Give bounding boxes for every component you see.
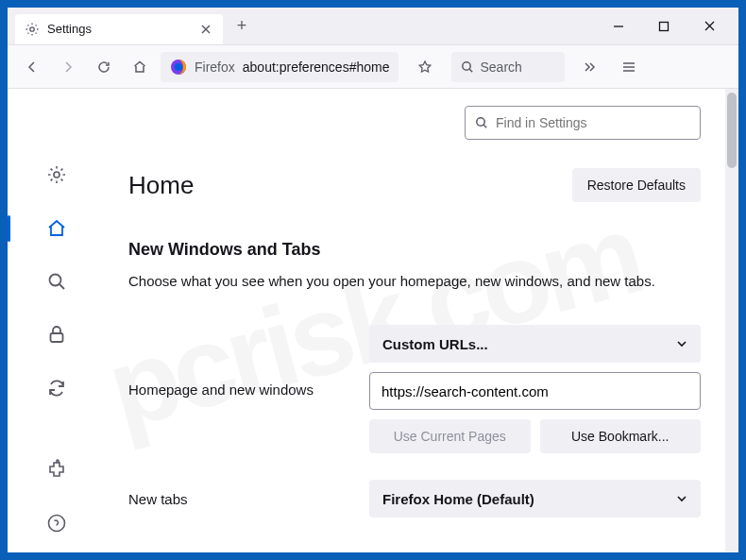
close-icon[interactable]: [198, 22, 213, 37]
home-button[interactable]: [125, 52, 155, 82]
browser-window: Settings + Firefox about:preferences#hom…: [8, 8, 738, 552]
search-placeholder: Search: [480, 59, 521, 75]
svg-point-0: [30, 26, 34, 30]
minimize-button[interactable]: [604, 12, 633, 41]
browser-tab[interactable]: Settings: [15, 14, 223, 44]
page-title: Home: [128, 171, 194, 200]
hamburger-menu-button[interactable]: [614, 52, 644, 82]
chevron-down-icon: [676, 493, 687, 504]
gear-icon: [25, 22, 40, 37]
reload-button[interactable]: [89, 52, 119, 82]
section-description: Choose what you see when you open your h…: [128, 271, 701, 291]
forward-button[interactable]: [53, 52, 83, 82]
scrollbar[interactable]: [725, 89, 738, 552]
chevron-down-icon: [676, 338, 687, 349]
svg-rect-1: [660, 22, 669, 30]
find-in-settings[interactable]: [465, 106, 701, 140]
homepage-url-input[interactable]: [369, 372, 701, 410]
back-button[interactable]: [17, 52, 47, 82]
sidebar-item-general[interactable]: [43, 162, 70, 187]
sidebar-item-privacy[interactable]: [43, 322, 70, 347]
sidebar-item-help[interactable]: [43, 511, 70, 535]
dropdown-value: Custom URLs...: [382, 336, 488, 352]
homepage-mode-dropdown[interactable]: Custom URLs...: [369, 325, 701, 363]
svg-point-6: [50, 275, 61, 286]
firefox-icon: [170, 59, 187, 76]
svg-point-8: [49, 515, 65, 531]
settings-main: Home Restore Defaults New Windows and Ta…: [106, 89, 738, 552]
new-tab-button[interactable]: +: [229, 13, 255, 40]
dropdown-value: Firefox Home (Default): [382, 491, 534, 507]
search-box[interactable]: Search: [451, 52, 565, 82]
sidebar-item-extensions[interactable]: [43, 457, 70, 482]
newtabs-label: New tabs: [128, 491, 369, 507]
settings-sidebar: [8, 89, 106, 552]
maximize-button[interactable]: [650, 12, 678, 41]
sidebar-item-search[interactable]: [43, 269, 70, 294]
section-heading: New Windows and Tabs: [128, 240, 701, 260]
restore-defaults-button[interactable]: Restore Defaults: [572, 168, 701, 202]
window-controls: [604, 12, 738, 41]
close-window-button[interactable]: [695, 12, 723, 41]
svg-rect-7: [51, 333, 63, 342]
bookmark-star-button[interactable]: [412, 54, 438, 80]
tab-title: Settings: [47, 22, 191, 36]
use-current-pages-button[interactable]: Use Current Pages: [369, 419, 531, 453]
content-area: pcrisk.com: [8, 89, 738, 552]
svg-point-5: [54, 172, 59, 178]
svg-point-3: [175, 63, 182, 71]
sidebar-item-home[interactable]: [43, 215, 70, 240]
use-bookmark-button[interactable]: Use Bookmark...: [540, 419, 702, 453]
sidebar-item-sync[interactable]: [43, 376, 70, 400]
svg-point-9: [477, 118, 484, 126]
url-text: about:preferences#home: [243, 59, 390, 75]
titlebar: Settings +: [8, 8, 738, 45]
url-bar[interactable]: Firefox about:preferences#home: [161, 52, 398, 82]
homepage-label: Homepage and new windows: [128, 382, 369, 398]
toolbar: Firefox about:preferences#home Search: [8, 45, 738, 89]
svg-point-4: [463, 61, 470, 69]
url-identity-label: Firefox: [195, 59, 235, 75]
scrollbar-thumb[interactable]: [727, 93, 737, 168]
find-input[interactable]: [496, 115, 690, 130]
newtabs-dropdown[interactable]: Firefox Home (Default): [369, 480, 701, 518]
overflow-button[interactable]: [574, 52, 604, 82]
